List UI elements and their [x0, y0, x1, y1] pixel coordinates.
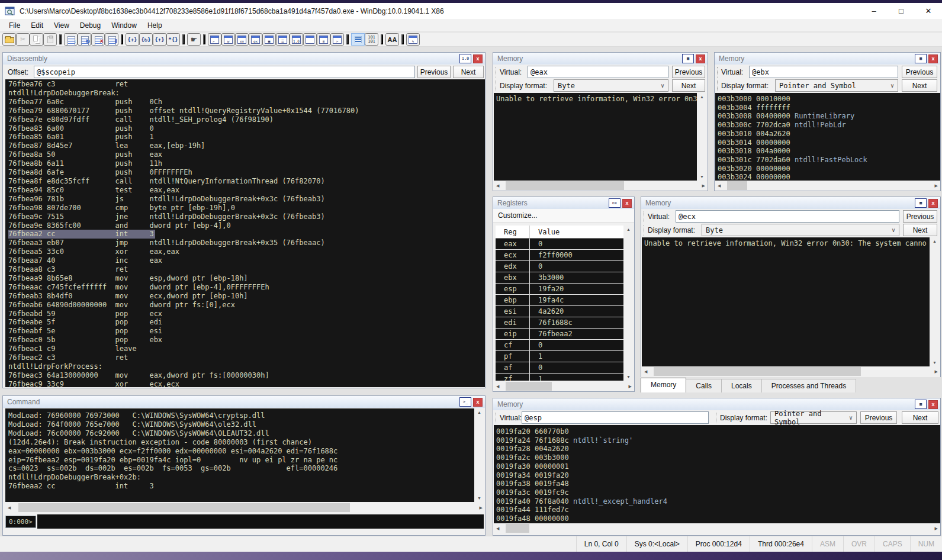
- scratch-pad-icon[interactable]: [303, 33, 317, 46]
- register-row[interactable]: ebp19fa4c: [496, 295, 623, 306]
- source-mode-on-icon[interactable]: [351, 33, 365, 46]
- maximize-button[interactable]: □: [888, 3, 915, 19]
- source-mode-off-icon[interactable]: 101 101: [365, 33, 378, 46]
- menu-item[interactable]: File: [4, 19, 25, 32]
- disassembly-line[interactable]: 76fbea87 8d45e7 lea eax,[ebp-19h]: [8, 141, 206, 150]
- register-row[interactable]: eax0: [496, 239, 623, 250]
- separator[interactable]: [203, 34, 205, 44]
- disassembly-line[interactable]: 76fbeac2 c3 ret: [8, 353, 129, 362]
- memory-esp-format-select[interactable]: Pointer and Symbol∨: [770, 411, 857, 424]
- paste-icon[interactable]: [43, 33, 57, 46]
- disassembly-line[interactable]: 76fbea9c 7515 jne ntdll!LdrpDoDebuggerBr…: [8, 213, 326, 221]
- menu-item[interactable]: View: [49, 19, 75, 32]
- memory-ebx-dock-icon[interactable]: ▦: [915, 54, 927, 63]
- register-row[interactable]: zf1: [496, 374, 623, 381]
- separator[interactable]: [381, 34, 383, 44]
- command-close-icon[interactable]: x: [473, 398, 483, 407]
- disassembly-dock-icon[interactable]: 1.0: [459, 54, 471, 63]
- disassembly-line[interactable]: 76fbea79 6880670177 push offset ntdll!Qu…: [8, 107, 360, 115]
- disassembly-line[interactable]: 76fbeabf 5e pop esi: [8, 327, 163, 336]
- separator[interactable]: [59, 34, 62, 44]
- disassembly-line[interactable]: 76fbea94 85c0 test eax,eax: [8, 186, 181, 195]
- register-row[interactable]: af0: [496, 362, 623, 374]
- watch-window-icon[interactable]: w: [221, 33, 235, 46]
- copy-icon[interactable]: [30, 33, 43, 46]
- call-stack-window-icon[interactable]: ☰: [276, 33, 290, 46]
- disassembly-line[interactable]: 76fbea9e 8365fc00 and dword ptr [ebp-4],…: [8, 221, 232, 230]
- disassembly-line[interactable]: 76fbeab6 64890d00000000 mov dword ptr fs…: [8, 301, 236, 310]
- memory-ecx-hscrollbar[interactable]: ◀ ▶: [642, 366, 940, 376]
- registers-hscrollbar[interactable]: ◀ ▶: [494, 381, 634, 391]
- memory-esp-virtual-input[interactable]: [522, 411, 709, 424]
- register-row[interactable]: esp19fa20: [496, 284, 623, 295]
- register-row[interactable]: cf0: [496, 340, 623, 351]
- disassembly-line[interactable]: 76fbeaa5 33c0 xor eax,eax: [8, 247, 181, 256]
- memory-ebx-close-icon[interactable]: x: [928, 54, 938, 63]
- disassembly-line[interactable]: 76fbeaa8 c3 ret: [8, 265, 129, 274]
- command-browser-icon[interactable]: >: [330, 33, 344, 46]
- font-icon[interactable]: AA: [385, 33, 399, 46]
- disassembly-line[interactable]: 76fbeac9 33c9 xor ecx,ecx: [8, 380, 181, 387]
- disassembly-line[interactable]: 76fbeaa2 cc int 3: [8, 230, 155, 239]
- locals-window-icon[interactable]: xy: [235, 33, 249, 46]
- memory-ebx-hscrollbar[interactable]: ◀ ▶: [715, 181, 940, 191]
- disassembly-close-icon[interactable]: x: [473, 54, 483, 63]
- registers-dock-icon[interactable]: ox: [609, 198, 621, 208]
- disassembly-line[interactable]: 76fbea85 6a01 push 1: [8, 133, 155, 141]
- disassembly-line[interactable]: ntdll!LdrpForkProcess:: [8, 362, 104, 371]
- disassembly-line[interactable]: 76fbea76 c3 ret: [8, 80, 129, 89]
- register-row[interactable]: edx0: [496, 261, 623, 272]
- breakpoint-hand-icon[interactable]: ☛: [187, 33, 201, 46]
- dock-tab[interactable]: Memory: [641, 378, 686, 392]
- separator[interactable]: [182, 34, 185, 44]
- separator[interactable]: [346, 34, 349, 44]
- memory-eax-dock-icon[interactable]: ▦: [682, 54, 694, 63]
- disassembly-line[interactable]: 76fbeaa3 eb07 jmp ntdll!LdrpDoDebuggerBr…: [8, 239, 326, 247]
- processes-threads-icon[interactable]: ≡: [317, 33, 330, 46]
- disassembly-window-icon[interactable]: 1.0: [290, 33, 303, 46]
- disassembly-line[interactable]: 76fbeab3 8b4df0 mov ecx,dword ptr [ebp-1…: [8, 292, 249, 301]
- window-titlebar[interactable]: C:\Users\Marco\Desktop\f8bc1638ec3b04412…: [0, 3, 942, 19]
- menu-item[interactable]: Window: [106, 19, 142, 32]
- disassembly-line[interactable]: 76fbea8f e8dc35fcff call ntdll!NtQueryIn…: [8, 177, 326, 186]
- register-row[interactable]: ecxf2ff0000: [496, 250, 623, 261]
- disassembly-line[interactable]: ntdll!LdrpDoDebuggerBreak:: [8, 89, 121, 98]
- disassembly-line[interactable]: 76fbea98 807de700 cmp byte ptr [ebp-19h]…: [8, 204, 236, 213]
- disassembly-line[interactable]: 76fbeaa9 8b65e8 mov esp,dword ptr [ebp-1…: [8, 274, 249, 283]
- disassembly-line[interactable]: 76fbea8a 50 push eax: [8, 150, 163, 159]
- register-row[interactable]: esi4a2620: [496, 306, 623, 317]
- disassembly-line[interactable]: 76fbea77 6a0c push 0Ch: [8, 98, 163, 107]
- disassembly-line[interactable]: 76fbeac3 64a130000000 mov eax,dword ptr …: [8, 371, 271, 380]
- disassembly-line[interactable]: 76fbeac0 5b pop ebx: [8, 336, 163, 345]
- registers-window-icon[interactable]: ox: [249, 33, 262, 46]
- memory-ecx-vscrollbar[interactable]: ▲ ▼: [930, 237, 940, 366]
- memory-eax-hscrollbar[interactable]: ◀ ▶: [494, 181, 708, 191]
- stop-debugging-icon[interactable]: ×: [91, 33, 105, 46]
- options-icon[interactable]: ✎: [406, 33, 420, 46]
- memory-ecx-close-icon[interactable]: x: [928, 199, 938, 208]
- dock-tab[interactable]: Calls: [686, 379, 722, 392]
- memory-eax-virtual-input[interactable]: [528, 66, 668, 78]
- step-into-icon[interactable]: {+}: [126, 33, 139, 46]
- break-icon[interactable]: ‖: [105, 33, 118, 46]
- disassembly-previous-button[interactable]: Previous: [417, 66, 451, 78]
- dock-tab[interactable]: Locals: [722, 379, 762, 392]
- memory-esp-next-button[interactable]: Next: [902, 411, 938, 424]
- menu-item[interactable]: Help: [142, 19, 168, 32]
- registers-vscrollbar[interactable]: ▲ ▼: [624, 226, 633, 381]
- memory-eax-previous-button[interactable]: Previous: [672, 66, 705, 78]
- memory-eax-format-select[interactable]: Byte∨: [554, 79, 668, 92]
- open-file-icon[interactable]: [2, 33, 16, 46]
- command-hscrollbar[interactable]: ◀ ▶: [5, 503, 485, 513]
- memory-esp-dock-icon[interactable]: ▦: [915, 400, 927, 409]
- command-input[interactable]: [37, 514, 484, 529]
- run-to-cursor-icon[interactable]: *{}: [166, 33, 180, 46]
- memory-ecx-format-select[interactable]: Byte∨: [702, 224, 899, 236]
- disassembly-line[interactable]: 76fbeaac c745fcfeffffff mov dword ptr [e…: [8, 283, 271, 292]
- disassembly-next-button[interactable]: Next: [453, 66, 484, 78]
- memory-ecx-dock-icon[interactable]: ▦: [915, 198, 927, 208]
- memory-esp-previous-button[interactable]: Previous: [860, 411, 897, 424]
- cut-icon[interactable]: ✂: [16, 33, 30, 46]
- registers-close-icon[interactable]: x: [622, 199, 632, 208]
- memory-esp-close-icon[interactable]: x: [928, 400, 938, 409]
